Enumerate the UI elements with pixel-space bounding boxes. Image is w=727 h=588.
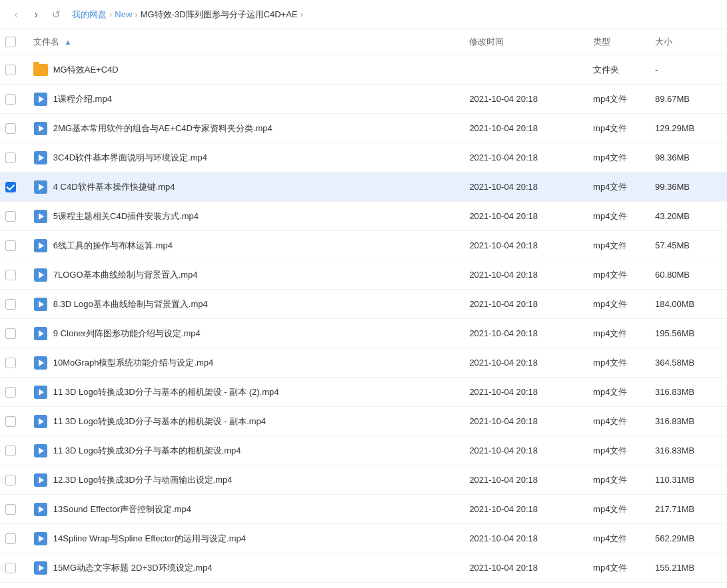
row-checkbox[interactable] [5, 328, 16, 339]
file-modified: 2021-10-04 20:18 [464, 407, 588, 436]
table-row: 11 3D Logo转换成3D分子与基本的相机架设 - 副本 (2).mp420… [0, 378, 727, 407]
breadcrumb-mycloud[interactable]: 我的网盘 [72, 9, 107, 21]
row-checkbox[interactable] [5, 240, 16, 251]
table-row: 11 3D Logo转换成3D分子与基本的相机架设 - 副本.mp42021-1… [0, 407, 727, 436]
table-header: 文件名 ▲ 修改时间 类型 大小 [0, 29, 727, 55]
file-type: mp4文件 [588, 85, 650, 114]
file-name: 15MG动态文字标题 2D+3D环境设定.mp4 [53, 562, 213, 574]
file-type: mp4文件 [588, 407, 650, 436]
table-row: 3C4D软件基本界面说明与环境设定.mp42021-10-04 20:18mp4… [0, 143, 727, 172]
header-checkbox[interactable] [0, 29, 28, 55]
forward-button[interactable]: › [28, 7, 44, 23]
video-icon [33, 238, 48, 253]
file-size: 217.71MB [650, 495, 727, 524]
file-size: 316.83MB [650, 378, 727, 407]
file-modified: 2021-10-04 20:18 [464, 319, 588, 348]
file-modified: 2021-10-04 20:18 [464, 143, 588, 172]
file-size: 184.00MB [650, 290, 727, 319]
row-checkbox[interactable] [5, 123, 16, 134]
table-wrapper: 文件名 ▲ 修改时间 类型 大小 MG特效AE+C4D文件夹-1课程介绍.mp4… [0, 29, 727, 588]
video-icon [33, 150, 48, 165]
row-checkbox[interactable] [5, 211, 16, 222]
folder-icon [33, 63, 48, 77]
row-checkbox[interactable] [5, 445, 16, 456]
row-checkbox[interactable] [5, 563, 16, 573]
video-icon [33, 209, 48, 224]
file-name: 3C4D软件基本界面说明与环境设定.mp4 [53, 152, 207, 164]
file-type: mp4文件 [588, 290, 650, 319]
file-modified: 2021-10-04 20:18 [464, 290, 588, 319]
video-icon [33, 385, 48, 400]
row-checkbox[interactable] [5, 416, 16, 427]
file-size: 155.21MB [650, 553, 727, 583]
sort-icon: ▲ [64, 38, 71, 46]
file-name: 11 3D Logo转换成3D分子与基本的相机架设.mp4 [53, 445, 241, 457]
file-modified: 2021-10-04 20:18 [464, 260, 588, 290]
file-type: mp4文件 [588, 114, 650, 143]
breadcrumb-sep-1: › [109, 9, 112, 19]
file-name: 11 3D Logo转换成3D分子与基本的相机架设 - 副本 (2).mp4 [53, 386, 279, 398]
file-modified: 2021-10-04 20:18 [464, 172, 588, 202]
video-icon [33, 297, 48, 312]
row-checkbox[interactable] [5, 387, 16, 398]
file-size: 364.58MB [650, 348, 727, 378]
file-modified: 2021-10-04 20:18 [464, 583, 588, 589]
file-name: 11 3D Logo转换成3D分子与基本的相机架设 - 副本.mp4 [53, 416, 266, 428]
table-row: 9 Cloner列阵图形功能介绍与设定.mp42021-10-04 20:18m… [0, 319, 727, 348]
file-size: 98.36MB [650, 143, 727, 172]
row-checkbox[interactable] [5, 94, 16, 105]
file-size: 43.20MB [650, 202, 727, 231]
video-icon [33, 326, 48, 341]
file-modified: 2021-10-04 20:18 [464, 202, 588, 231]
file-size: 99.36MB [650, 172, 727, 202]
file-modified: 2021-10-04 20:18 [464, 85, 588, 114]
video-icon [33, 92, 48, 107]
file-size: 316.83MB [650, 436, 727, 465]
file-type: mp4文件 [588, 524, 650, 553]
row-checkbox[interactable] [5, 152, 16, 163]
file-modified: 2021-10-04 20:18 [464, 231, 588, 260]
file-name: MG特效AE+C4D [53, 64, 119, 76]
file-size: 165.05MB [650, 583, 727, 589]
file-size: 60.80MB [650, 260, 727, 290]
table-row: 5课程主题相关C4D插件安装方式.mp42021-10-04 20:18mp4文… [0, 202, 727, 231]
file-size: 110.31MB [650, 465, 727, 495]
video-icon [33, 268, 48, 282]
file-type: mp4文件 [588, 231, 650, 260]
file-type: mp4文件 [588, 348, 650, 378]
select-all-checkbox[interactable] [5, 37, 16, 47]
file-name: 4 C4D软件基本操作快捷键.mp4 [53, 181, 175, 193]
file-name: 10MoGraph模型系统功能介绍与设定.mp4 [53, 357, 214, 369]
file-type: mp4文件 [588, 465, 650, 495]
refresh-button[interactable]: ↺ [48, 7, 64, 23]
row-checkbox[interactable] [5, 475, 16, 485]
file-type: mp4文件 [588, 436, 650, 465]
row-checkbox[interactable] [5, 270, 16, 280]
video-icon [33, 414, 48, 429]
row-checkbox[interactable] [5, 299, 16, 310]
table-row: 7LOGO基本曲线绘制与背景置入.mp42021-10-04 20:18mp4文… [0, 260, 727, 290]
row-checkbox[interactable] [5, 533, 16, 544]
file-size: 89.67MB [650, 85, 727, 114]
file-name: 9 Cloner列阵图形功能介绍与设定.mp4 [53, 328, 201, 340]
file-size: 562.29MB [650, 524, 727, 553]
breadcrumb-sep-3: › [301, 9, 303, 19]
breadcrumb-new[interactable]: New [115, 9, 132, 19]
file-name: 2MG基本常用软件的组合与AE+C4D专家资料夹分类.mp4 [53, 123, 273, 135]
row-checkbox[interactable] [5, 358, 16, 368]
header-modified: 修改时间 [464, 29, 588, 55]
file-type: mp4文件 [588, 378, 650, 407]
row-checkbox[interactable] [5, 65, 16, 75]
file-modified: 2021-10-04 20:18 [464, 465, 588, 495]
video-icon [33, 561, 48, 575]
table-row: MG特效AE+C4D文件夹- [0, 55, 727, 85]
row-checkbox[interactable] [5, 182, 16, 192]
table-row: 13Sound Effector声音控制设定.mp42021-10-04 20:… [0, 495, 727, 524]
row-checkbox[interactable] [5, 504, 16, 515]
topbar: ‹ › ↺ 我的网盘 › New › MG特效-3D阵列图形与分子运用C4D+A… [0, 0, 727, 29]
back-button[interactable]: ‹ [8, 7, 24, 23]
video-icon [33, 180, 48, 194]
video-icon [33, 356, 48, 370]
video-icon [33, 502, 48, 517]
header-name[interactable]: 文件名 ▲ [28, 29, 464, 55]
